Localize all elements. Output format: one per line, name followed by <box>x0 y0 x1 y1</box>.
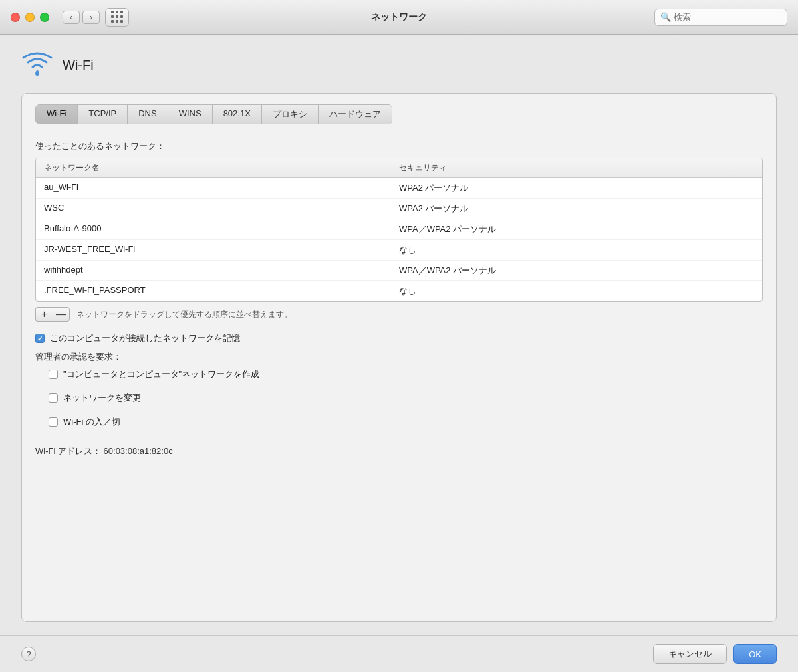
bottom-bar: ? キャンセル OK <box>0 635 798 672</box>
remember-network-row: このコンピュータが接続したネットワークを記憶 <box>35 332 763 344</box>
add-network-button[interactable]: + <box>35 307 53 322</box>
search-icon: 🔍 <box>660 12 671 22</box>
tab-8021x[interactable]: 802.1X <box>213 105 262 124</box>
admin-checkbox-2[interactable] <box>49 417 58 427</box>
network-name: JR-WEST_FREE_Wi-Fi <box>44 244 399 256</box>
wifi-address-value: 60:03:08:a1:82:0c <box>104 446 173 456</box>
table-row[interactable]: Buffalo-A-9000 WPA／WPA2 パーソナル <box>36 219 762 240</box>
tab-wins[interactable]: WINS <box>168 105 213 124</box>
network-security: なし <box>399 244 754 256</box>
forward-button[interactable]: › <box>82 11 100 24</box>
table-row[interactable]: au_Wi-Fi WPA2 パーソナル <box>36 178 762 199</box>
network-security: WPA／WPA2 パーソナル <box>399 265 754 277</box>
admin-checkbox-0[interactable] <box>49 370 58 379</box>
maximize-button[interactable] <box>40 13 49 22</box>
search-box[interactable]: 🔍 <box>654 9 787 26</box>
table-row[interactable]: wifihhdept WPA／WPA2 パーソナル <box>36 261 762 281</box>
wifi-icon <box>21 51 53 80</box>
window-title: ネットワーク <box>371 11 427 23</box>
add-remove-row: + — ネットワークをドラッグして優先する順序に並べ替えます。 <box>35 307 763 322</box>
remember-network-checkbox[interactable] <box>35 334 45 343</box>
network-name: wifihhdept <box>44 265 399 277</box>
admin-checkbox-label-1: ネットワークを変更 <box>63 392 141 404</box>
tab-dns[interactable]: DNS <box>128 105 168 124</box>
wifi-address: Wi-Fi アドレス： 60:03:08:a1:82:0c <box>35 445 763 457</box>
grid-view-button[interactable] <box>105 8 129 27</box>
col-header-name: ネットワーク名 <box>44 162 399 173</box>
network-name: .FREE_Wi-Fi_PASSPORT <box>44 285 399 297</box>
admin-checkbox-1[interactable] <box>49 393 58 403</box>
table-row[interactable]: WSC WPA2 パーソナル <box>36 199 762 219</box>
add-remove-hint: ネットワークをドラッグして優先する順序に並べ替えます。 <box>76 309 292 320</box>
bottom-right-buttons: キャンセル OK <box>653 644 777 664</box>
admin-section-label: 管理者の承認を要求： <box>35 351 763 363</box>
remove-network-button[interactable]: — <box>53 307 70 322</box>
admin-checkboxes: "コンピュータとコンピュータ"ネットワークを作成 ネットワークを変更 Wi-Fi… <box>35 368 763 435</box>
wifi-address-label: Wi-Fi アドレス： <box>35 446 101 456</box>
traffic-lights <box>11 13 49 22</box>
minimize-button[interactable] <box>25 13 35 22</box>
networks-section-label: 使ったことのあるネットワーク： <box>35 140 763 152</box>
ok-button[interactable]: OK <box>733 644 777 664</box>
network-table-body: au_Wi-Fi WPA2 パーソナル WSC WPA2 パーソナル Buffa… <box>36 178 762 301</box>
help-button[interactable]: ? <box>21 647 36 661</box>
network-security: WPA／WPA2 パーソナル <box>399 223 754 235</box>
admin-checkbox-label-0: "コンピュータとコンピュータ"ネットワークを作成 <box>63 368 259 380</box>
network-security: WPA2 パーソナル <box>399 182 754 194</box>
titlebar: ‹ › ネットワーク 🔍 <box>0 0 798 35</box>
tab-wifi[interactable]: Wi-Fi <box>36 105 78 124</box>
col-header-security: セキュリティ <box>399 162 754 173</box>
nav-buttons: ‹ › <box>63 11 100 24</box>
back-button[interactable]: ‹ <box>63 11 80 24</box>
admin-checkbox-row-0: "コンピュータとコンピュータ"ネットワークを作成 <box>49 368 763 380</box>
admin-checkbox-label-2: Wi-Fi の入／切 <box>63 416 120 428</box>
network-security: なし <box>399 285 754 297</box>
network-name: Buffalo-A-9000 <box>44 223 399 235</box>
network-security: WPA2 パーソナル <box>399 203 754 215</box>
grid-icon <box>111 11 124 23</box>
svg-point-0 <box>35 72 39 76</box>
network-name: WSC <box>44 203 399 215</box>
cancel-button[interactable]: キャンセル <box>653 644 727 664</box>
table-row[interactable]: .FREE_Wi-Fi_PASSPORT なし <box>36 281 762 301</box>
panel: Wi-Fi TCP/IP DNS WINS 802.1X プロキシ ハードウェア… <box>21 93 777 622</box>
search-input[interactable] <box>674 12 781 22</box>
close-button[interactable] <box>11 13 20 22</box>
wifi-header: Wi-Fi <box>21 51 777 80</box>
tab-tcpip[interactable]: TCP/IP <box>78 105 128 124</box>
network-name: au_Wi-Fi <box>44 182 399 194</box>
table-row[interactable]: JR-WEST_FREE_Wi-Fi なし <box>36 240 762 261</box>
table-header: ネットワーク名 セキュリティ <box>36 158 762 178</box>
main-content: Wi-Fi Wi-Fi TCP/IP DNS WINS 802.1X プロキシ … <box>0 35 798 635</box>
admin-checkbox-row-2: Wi-Fi の入／切 <box>49 416 763 428</box>
wifi-title: Wi-Fi <box>63 58 94 73</box>
admin-checkbox-row-1: ネットワークを変更 <box>49 392 763 404</box>
tab-hardware[interactable]: ハードウェア <box>319 105 392 124</box>
remember-network-label: このコンピュータが接続したネットワークを記憶 <box>50 332 240 344</box>
network-table: ネットワーク名 セキュリティ au_Wi-Fi WPA2 パーソナル WSC W… <box>35 158 763 302</box>
tabs: Wi-Fi TCP/IP DNS WINS 802.1X プロキシ ハードウェア <box>35 104 392 124</box>
tab-proxy[interactable]: プロキシ <box>262 105 319 124</box>
